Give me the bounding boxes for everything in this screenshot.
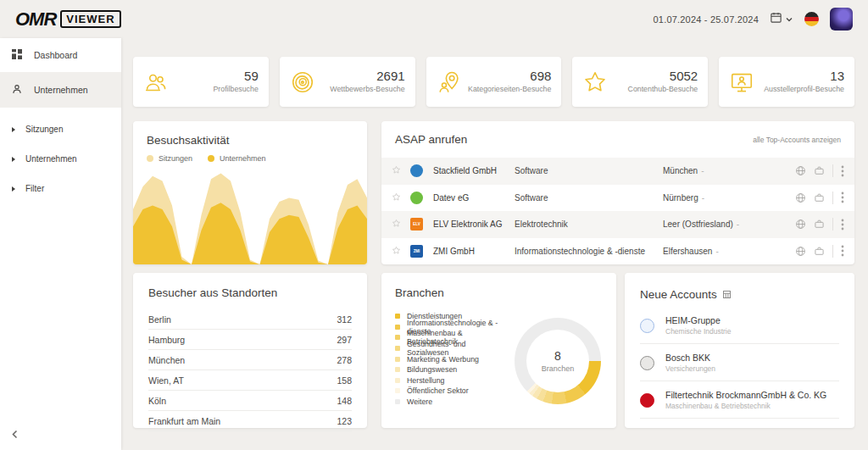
neue-accounts-card: Neue Accounts HEIM-Gruppe Chemische Indu…: [625, 273, 854, 428]
sidebar-collapse-button[interactable]: [11, 427, 19, 442]
location-count: 297: [337, 335, 352, 345]
chevron-right-icon: [12, 186, 15, 192]
company-name: Stackfield GmbH: [433, 166, 515, 175]
kebab-menu-icon[interactable]: [841, 165, 844, 177]
date-picker-button[interactable]: [770, 11, 793, 27]
legend-dot: [147, 155, 153, 162]
kpi-card-profilbesuche[interactable]: 59 Profilbesuche: [133, 57, 269, 107]
asap-table: Stackfield GmbH Software München- Datev …: [381, 158, 854, 264]
logo-viewer-badge: VIEWER: [60, 10, 120, 28]
table-row[interactable]: Datev eG Software Nürnberg-: [381, 185, 854, 212]
asap-anrufen-card: ASAP anrufen alle Top-Accounts anzeigen …: [381, 121, 854, 264]
legend-swatch: [395, 346, 400, 351]
location-count: 278: [337, 355, 352, 365]
list-item[interactable]: Filtertechnik BrockmannGmbH & Co. KG Mas…: [640, 381, 839, 419]
company-logo: ZMI: [410, 245, 423, 258]
people-icon: [143, 69, 169, 95]
sidebar-group-sitzungen[interactable]: Sitzungen: [0, 114, 121, 144]
legend-item: Gesundheits- und Sozialwesen: [395, 343, 509, 354]
location-count: 123: [337, 416, 352, 426]
show-all-accounts-link[interactable]: alle Top-Accounts anzeigen: [753, 136, 841, 144]
legend-item: Herstellung: [395, 375, 509, 386]
legend-swatch: [395, 325, 400, 330]
kpi-value: 13: [764, 69, 844, 83]
globe-icon[interactable]: [795, 192, 806, 203]
dashboard-grid-icon: [11, 48, 23, 62]
calendar-icon: [770, 11, 782, 27]
sidebar-group-unternehmen[interactable]: Unternehmen: [0, 144, 121, 174]
card-title: Branchen: [395, 286, 603, 299]
legend-item: Bildungswesen: [395, 364, 509, 375]
divider: [832, 245, 833, 258]
legend-item-unternehmen[interactable]: Unternehmen: [208, 154, 266, 163]
kpi-label: Profilbesuche: [213, 85, 258, 94]
briefcase-icon[interactable]: [814, 165, 825, 176]
globe-icon[interactable]: [795, 219, 806, 230]
favorite-star-icon[interactable]: [392, 192, 410, 203]
globe-icon[interactable]: [795, 165, 806, 176]
legend-swatch: [395, 314, 400, 319]
company-city: Elfershausen-: [663, 247, 795, 256]
briefcase-icon[interactable]: [814, 219, 825, 230]
list-item: Hamburg 297: [148, 330, 352, 350]
location-name: Hamburg: [148, 335, 185, 345]
legend-swatch: [395, 357, 400, 362]
legend-swatch: [395, 367, 400, 372]
sidebar-item-label: Unternehmen: [34, 85, 88, 95]
location-count: 158: [337, 375, 352, 386]
company-logo: [640, 356, 654, 370]
kpi-card-ausstellerprofil-besuche[interactable]: 13 Ausstellerprofil-Besuche: [719, 57, 854, 107]
kpi-card-wettbewerbs-besuche[interactable]: 2691 Wettbewerbs-Besuche: [280, 57, 415, 107]
kpi-label: Contenthub-Besuche: [628, 85, 698, 94]
company-name: Bosch BKK: [665, 353, 715, 363]
kpi-label: Ausstellerprofil-Besuche: [764, 85, 844, 94]
location-name: Frankfurt am Main: [148, 416, 220, 426]
list-item[interactable]: HEIM-Gruppe Chemische Industrie: [640, 307, 839, 344]
grid-small-icon[interactable]: [723, 286, 731, 302]
company-industry: Software: [515, 166, 663, 175]
favorite-star-icon[interactable]: [392, 219, 410, 230]
branchen-donut-chart: 8 Branchen: [515, 318, 601, 404]
briefcase-icon[interactable]: [814, 192, 825, 203]
sidebar-group-filter[interactable]: Filter: [0, 174, 121, 203]
table-row[interactable]: Stackfield GmbH Software München-: [381, 158, 854, 185]
kebab-menu-icon[interactable]: [841, 192, 844, 203]
favorite-star-icon[interactable]: [392, 246, 410, 257]
table-row[interactable]: ELV ELV Elektronik AG Elektrotechnik Lee…: [381, 211, 854, 238]
company-industry: Versicherungen: [665, 364, 715, 373]
kpi-label: Kategorieseiten-Besuche: [468, 85, 551, 94]
company-name: ELV Elektronik AG: [433, 219, 515, 229]
logo-omr-text: OMR: [15, 8, 56, 31]
briefcase-icon[interactable]: [814, 246, 825, 257]
favorite-star-icon[interactable]: [392, 165, 410, 176]
legend-item-sitzungen[interactable]: Sitzungen: [147, 154, 192, 163]
activity-area-chart: [133, 169, 367, 264]
chevron-left-icon: [11, 427, 19, 442]
company-industry: Chemische Industrie: [665, 327, 731, 336]
company-logo: ELV: [410, 218, 423, 231]
branchen-legend: Dienstleistungen Informationstechnologie…: [395, 311, 509, 407]
donut-center-label: Branchen: [542, 364, 575, 373]
company-city: Nürnberg-: [663, 193, 795, 203]
kpi-card-contenthub-besuche[interactable]: 5052 Contenthub-Besuche: [572, 57, 708, 107]
table-row[interactable]: ZMI ZMI GmbH Informationstechnologie & -…: [381, 238, 854, 265]
new-accounts-list: HEIM-Gruppe Chemische Industrie Bosch BK…: [640, 307, 839, 419]
location-name: Köln: [148, 396, 166, 406]
kpi-card-kategorieseiten-besuche[interactable]: 698 Kategorieseiten-Besuche: [426, 57, 562, 107]
company-city: Leer (Ostfriesland)-: [663, 219, 795, 229]
user-avatar[interactable]: [830, 8, 853, 31]
monitor-icon: [729, 69, 754, 95]
kpi-value: 59: [213, 69, 258, 83]
list-item[interactable]: Bosch BKK Versicherungen: [640, 344, 839, 381]
card-title: Neue Accounts: [640, 288, 717, 301]
globe-icon[interactable]: [795, 246, 806, 257]
company-logo: [410, 164, 423, 177]
sidebar-item-dashboard[interactable]: Dashboard: [0, 38, 121, 73]
kebab-menu-icon[interactable]: [841, 219, 844, 231]
sidebar-group-label: Sitzungen: [25, 125, 63, 134]
company-industry: Elektrotechnik: [515, 219, 663, 229]
kebab-menu-icon[interactable]: [841, 245, 844, 257]
german-flag-icon[interactable]: [804, 12, 819, 26]
sidebar-item-unternehmen[interactable]: Unternehmen: [0, 73, 121, 108]
sidebar-item-label: Dashboard: [34, 50, 77, 60]
